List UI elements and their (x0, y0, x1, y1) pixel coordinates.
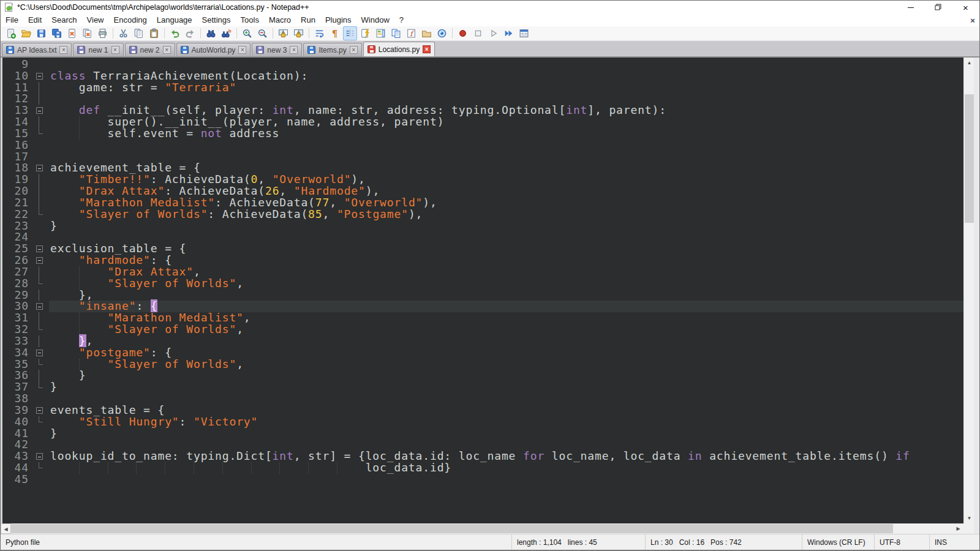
close-tab-icon[interactable]: × (59, 46, 67, 54)
open-file-icon[interactable] (19, 26, 33, 40)
fold-collapse-icon[interactable] (31, 243, 49, 255)
replace-icon[interactable]: b (219, 26, 233, 40)
macro-run-multiple-icon[interactable] (502, 26, 516, 40)
code-text: }, (49, 335, 963, 347)
status-encoding[interactable]: UTF-8 (874, 534, 929, 550)
show-all-characters-icon[interactable]: ¶ (328, 26, 342, 40)
menu-item-macro[interactable]: Macro (264, 14, 296, 26)
word-wrap-icon[interactable] (312, 26, 326, 40)
scroll-up-icon[interactable]: ▲ (964, 58, 974, 68)
fold-margin (31, 151, 49, 163)
fold-collapse-icon[interactable] (31, 105, 49, 116)
new-file-icon[interactable] (4, 26, 18, 40)
macro-play-icon[interactable] (486, 26, 500, 40)
menu-item-window[interactable]: Window (356, 14, 394, 26)
fold-collapse-icon[interactable] (31, 347, 49, 359)
save-all-icon[interactable] (50, 26, 64, 40)
show-indent-guide-icon[interactable] (343, 26, 357, 40)
paste-icon[interactable] (147, 26, 161, 40)
tab-locations-py[interactable]: Locations.py× (363, 42, 435, 56)
menu-item-help[interactable]: ? (394, 14, 409, 26)
window-title: *C:\Users\Dood\Documents\tmp\Archipelago… (17, 3, 897, 12)
save-icon[interactable] (34, 26, 48, 40)
menu-item-encoding[interactable]: Encoding (109, 14, 152, 26)
fold-collapse-icon[interactable] (31, 162, 49, 174)
code-area[interactable]: 910class TerrariaAchievement(Location):1… (1, 58, 963, 523)
fold-collapse-icon[interactable] (31, 255, 49, 266)
fold-margin (31, 439, 49, 451)
close-tab-icon[interactable]: × (163, 46, 171, 54)
status-eol-format[interactable]: Windows (CR LF) (802, 534, 874, 550)
window-minimize-button[interactable] (897, 1, 924, 14)
file-monitoring-icon[interactable] (435, 26, 449, 40)
menu-item-tools[interactable]: Tools (236, 14, 264, 26)
fold-collapse-icon[interactable] (31, 70, 49, 82)
macro-save-icon[interactable] (517, 26, 531, 40)
function-list-icon[interactable]: f (404, 26, 418, 40)
title-bar: *C:\Users\Dood\Documents\tmp\Archipelago… (1, 1, 979, 14)
document-list-icon[interactable] (389, 26, 403, 40)
new-file-floppy-icon (129, 46, 137, 54)
close-tab-icon[interactable]: × (290, 46, 298, 54)
menu-item-search[interactable]: Search (47, 14, 81, 26)
close-document-icon[interactable]: × (966, 16, 979, 25)
cut-icon[interactable] (116, 26, 130, 40)
window-restore-button[interactable] (924, 1, 952, 14)
fold-margin (31, 312, 49, 324)
print-icon[interactable] (96, 26, 110, 40)
fold-collapse-icon[interactable] (31, 301, 49, 312)
menu-item-settings[interactable]: Settings (197, 14, 236, 26)
folder-as-workspace-icon[interactable] (420, 26, 434, 40)
find-icon[interactable] (204, 26, 218, 40)
close-tab-icon[interactable]: × (423, 45, 431, 53)
document-map-icon[interactable] (374, 26, 388, 40)
tab-new-1[interactable]: new 1× (73, 43, 123, 56)
vertical-scrollbar[interactable]: ▲ ▼ (963, 58, 974, 523)
menu-item-run[interactable]: Run (296, 14, 320, 26)
menu-item-edit[interactable]: Edit (23, 14, 47, 26)
sync-vertical-scroll-icon[interactable] (276, 26, 290, 40)
close-file-icon[interactable] (65, 26, 79, 40)
close-all-icon[interactable] (80, 26, 94, 40)
close-tab-icon[interactable]: × (238, 46, 246, 54)
scroll-right-icon[interactable]: ▶ (953, 523, 963, 534)
line-number: 27 (2, 266, 31, 278)
tab-new-2[interactable]: new 2× (125, 43, 175, 56)
zoom-out-icon[interactable] (255, 26, 270, 40)
code-line: 44 loc_data.id} (2, 462, 963, 474)
tab-autoworld-py[interactable]: AutoWorld.py× (176, 43, 251, 56)
macro-record-icon[interactable] (456, 26, 470, 40)
undo-icon[interactable] (168, 26, 182, 40)
menu-item-plugins[interactable]: Plugins (320, 14, 356, 26)
scroll-left-icon[interactable]: ◀ (1, 523, 11, 534)
tab-items-py[interactable]: Items.py× (303, 43, 361, 56)
tab-label: AP Ideas.txt (17, 46, 56, 54)
tab-ap-ideas-txt[interactable]: AP Ideas.txt× (2, 43, 72, 56)
fold-collapse-icon[interactable] (31, 451, 49, 462)
fold-margin (31, 93, 49, 105)
menu-item-view[interactable]: View (82, 14, 109, 26)
menu-item-file[interactable]: File (1, 14, 23, 26)
code-line: 16 (2, 140, 963, 151)
vertical-scrollbar-thumb[interactable] (965, 94, 974, 223)
zoom-in-icon[interactable] (240, 26, 254, 40)
indent-guide (337, 462, 337, 474)
code-text (49, 393, 963, 405)
sync-horizontal-scroll-icon[interactable] (292, 26, 306, 40)
code-text: } (49, 220, 963, 232)
macro-stop-icon[interactable] (471, 26, 485, 40)
tab-new-3[interactable]: new 3× (252, 43, 302, 56)
redo-icon[interactable] (183, 26, 197, 40)
toolbar-separator (200, 28, 201, 39)
function-completion-icon[interactable] (358, 26, 372, 40)
horizontal-scrollbar-thumb[interactable] (11, 524, 893, 533)
menu-item-language[interactable]: Language (152, 14, 197, 26)
scroll-down-icon[interactable]: ▼ (964, 513, 974, 523)
close-tab-icon[interactable]: × (350, 46, 358, 54)
horizontal-scrollbar[interactable]: ◀ ▶ (1, 523, 963, 534)
fold-collapse-icon[interactable] (31, 405, 49, 416)
window-close-button[interactable]: × (952, 1, 979, 14)
close-tab-icon[interactable]: × (111, 46, 119, 54)
status-insert-mode[interactable]: INS (929, 534, 979, 550)
copy-icon[interactable] (132, 26, 146, 40)
